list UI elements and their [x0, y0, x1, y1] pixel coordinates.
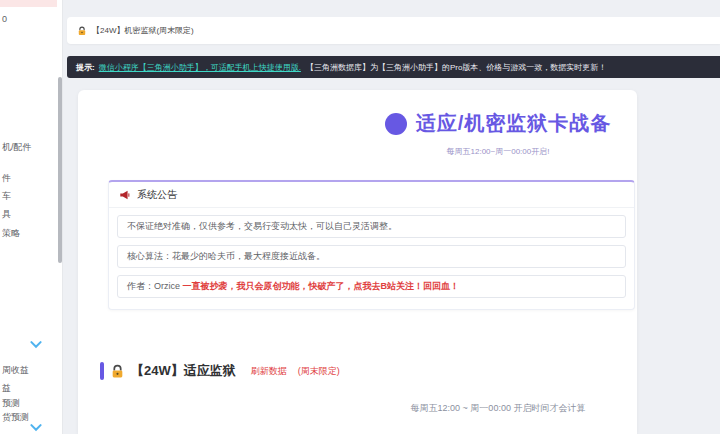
notice-text: 【三角洲数据库】为【三角洲小助手】的Pro版本、价格与游戏一致，数据实时更新！ — [306, 62, 606, 73]
sidebar-item[interactable]: 车 — [2, 190, 11, 203]
lock-icon — [110, 364, 125, 379]
section-title: 【24W】适应监狱 — [131, 362, 236, 380]
sidebar-item[interactable]: 益 — [2, 382, 11, 395]
sidebar-item[interactable]: 具 — [2, 208, 11, 221]
sidebar-item[interactable]: 预测 — [2, 397, 20, 410]
sidebar-item[interactable]: 0 — [2, 14, 7, 24]
page-title: 适应/机密监狱卡战备 — [416, 110, 612, 137]
announcement-title: 系统公告 — [137, 188, 177, 202]
hero-header: 适应/机密监狱卡战备 每周五12:00~周一00:00开启! — [318, 110, 678, 157]
chevron-down-icon[interactable] — [30, 424, 42, 432]
page-subtitle: 每周五12:00~周一00:00开启! — [318, 146, 678, 157]
sidebar-item[interactable]: 货预测 — [2, 411, 29, 424]
announcement-row: 作者：Orzice 一直被抄袭，我只会原创功能，快破产了，点我去B站关注！回回血… — [117, 275, 626, 298]
sidebar-scrollbar[interactable] — [58, 77, 62, 263]
author-prefix: 作者：Orzice — [127, 281, 183, 291]
purple-circle-icon — [385, 113, 407, 135]
section-accent-bar — [100, 362, 104, 380]
chevron-down-icon[interactable] — [30, 341, 42, 349]
notice-bar: 提示: 微信小程序【三角洲小助手】，可适配手机上快捷使用版. 【三角洲数据库】为… — [67, 56, 720, 78]
main-card: 适应/机密监狱卡战备 每周五12:00~周一00:00开启! 系统公告 不保证绝… — [78, 90, 637, 434]
megaphone-icon — [119, 189, 131, 201]
sidebar-item[interactable]: 周收益 — [2, 364, 29, 377]
sidebar-selected-item[interactable] — [0, 0, 57, 7]
sidebar-item[interactable]: 机/配件 — [2, 141, 32, 154]
page-tab-label: 【24W】机密监狱(周末限定) — [92, 25, 194, 36]
announcement-card: 系统公告 不保证绝对准确，仅供参考，交易行变动太快，可以自己灵活调整。 核心算法… — [108, 180, 635, 310]
notice-prefix: 提示: — [76, 62, 95, 73]
sidebar-item[interactable]: 策略 — [2, 227, 20, 240]
author-bilibili-link[interactable]: 一直被抄袭，我只会原创功能，快破产了，点我去B站关注！回回血！ — [183, 281, 460, 291]
notice-miniprogram-link[interactable]: 微信小程序【三角洲小助手】，可适配手机上快捷使用版. — [99, 62, 301, 73]
schedule-note: 每周五12:00 ~ 周一00:00 开启时间才会计算 — [318, 402, 678, 415]
page-tab[interactable]: 【24W】机密监狱(周末限定) — [67, 17, 720, 44]
sidebar-item[interactable]: 件 — [2, 172, 11, 185]
sidebar: 0 机/配件 件 车 具 策略 周收益 益 预测 货预测 — [0, 0, 63, 434]
section-header: 【24W】适应监狱 刷新数据 (周末限定) — [100, 362, 340, 380]
lock-icon — [77, 26, 87, 36]
announcement-row: 不保证绝对准确，仅供参考，交易行变动太快，可以自己灵活调整。 — [117, 215, 626, 238]
refresh-data-button[interactable]: 刷新数据 — [251, 365, 287, 378]
announcement-row: 核心算法：花最少的哈夫币，最大程度接近战备。 — [117, 245, 626, 268]
weekend-limited-badge: (周末限定) — [298, 365, 340, 378]
